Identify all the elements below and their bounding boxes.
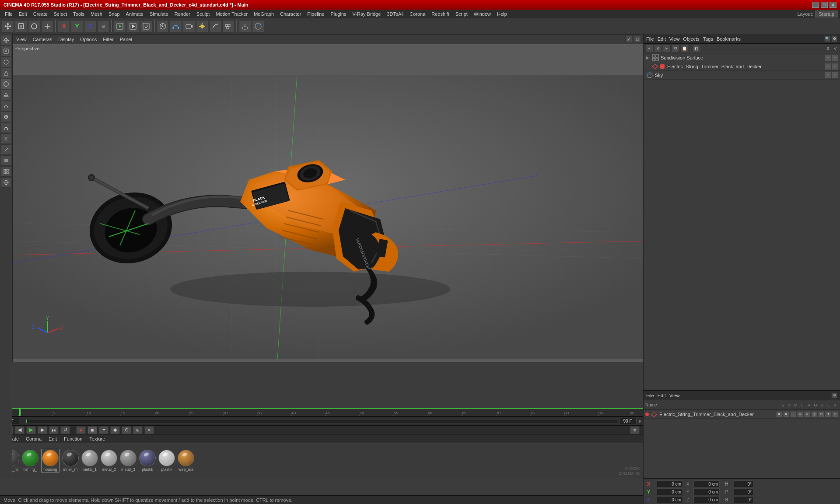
menu-mesh[interactable]: Mesh xyxy=(88,10,105,18)
material-metal1[interactable]: metal_1 xyxy=(81,450,98,472)
render-to-picture-viewer-button[interactable] xyxy=(127,20,139,32)
y-pos-input[interactable] xyxy=(657,488,683,495)
object-item-trimmer[interactable]: Electric_String_Trimmer_Black_and_Decker… xyxy=(644,62,840,71)
sidebar-globe-button[interactable] xyxy=(1,177,11,188)
trimmer-checkmark-1[interactable]: ✓ xyxy=(825,63,831,70)
coordinate-system-button[interactable]: ⊞ xyxy=(97,20,109,32)
camera-button[interactable] xyxy=(183,20,195,32)
sky-checkmark-2[interactable]: ✓ xyxy=(832,72,838,78)
mat-menu-function[interactable]: Function xyxy=(62,436,84,442)
attr-icon-4[interactable]: ≡ xyxy=(797,411,803,417)
om-menu-objects[interactable]: Objects xyxy=(683,36,699,42)
floor-button[interactable] xyxy=(239,20,251,32)
menu-render[interactable]: Render xyxy=(172,10,193,18)
p-input[interactable] xyxy=(734,488,753,495)
sidebar-grid-button[interactable] xyxy=(1,166,11,177)
sidebar-s-button[interactable]: S xyxy=(1,133,11,144)
menu-pipeline[interactable]: Pipeline xyxy=(304,10,327,18)
timeline-button[interactable]: ≡ xyxy=(144,426,154,434)
axis-z-button[interactable]: Z xyxy=(84,20,96,32)
om-copy-button[interactable]: ⧉ xyxy=(672,45,679,52)
menu-window[interactable]: Window xyxy=(471,10,494,18)
axis-y-button[interactable]: Y xyxy=(71,20,83,32)
menu-animate[interactable]: Animate xyxy=(123,10,147,18)
select-model-button[interactable] xyxy=(15,20,27,32)
material-inner[interactable]: inner_m xyxy=(62,450,79,472)
nurbs-button[interactable] xyxy=(170,20,182,32)
om-menu-bookmarks[interactable]: Bookmarks xyxy=(717,36,741,42)
layout-value[interactable]: Startup xyxy=(815,10,838,18)
maximize-button[interactable]: □ xyxy=(821,2,828,8)
material-plastik2[interactable]: plastik xyxy=(158,450,175,472)
step-forward-button[interactable]: ▶ xyxy=(38,426,47,434)
sidebar-object-button[interactable] xyxy=(1,79,11,89)
menu-file[interactable]: File xyxy=(2,10,16,18)
attr-icon-1[interactable]: ■ xyxy=(776,411,782,417)
panel-toggle-button[interactable]: ≡ xyxy=(630,426,640,434)
play-mode-button[interactable]: ⊞ xyxy=(133,426,143,434)
cube-button[interactable] xyxy=(157,20,169,32)
material-metal3[interactable]: metal_3 xyxy=(120,450,136,472)
viewport-menu-cameras[interactable]: Cameras xyxy=(31,36,54,43)
attr-icon-8[interactable]: ✦ xyxy=(825,411,831,417)
sidebar-knife-button[interactable] xyxy=(1,144,11,155)
material-housing[interactable]: housing xyxy=(41,449,60,472)
sidebar-sculpt-button[interactable] xyxy=(1,101,11,111)
om-search-button[interactable]: 🔍 xyxy=(824,36,830,42)
sidebar-point-tool[interactable] xyxy=(1,68,11,78)
menu-sculpt[interactable]: Sculpt xyxy=(193,10,213,18)
menu-plugins[interactable]: Plugins xyxy=(327,10,349,18)
menu-vray[interactable]: V-Ray Bridge xyxy=(350,10,384,18)
menu-select[interactable]: Select xyxy=(51,10,70,18)
attr-icon-2[interactable]: ■ xyxy=(783,411,789,417)
menu-tools[interactable]: Tools xyxy=(70,10,88,18)
viewport-menu-options[interactable]: Options xyxy=(78,36,98,43)
om-menu-tags[interactable]: Tags xyxy=(703,36,713,42)
z-pos-input[interactable] xyxy=(657,496,683,503)
loop-button[interactable]: ↺ xyxy=(60,426,70,434)
mat-menu-corona[interactable]: Corona xyxy=(24,436,43,442)
attr-icon-3[interactable]: ─ xyxy=(790,411,796,417)
menu-edit[interactable]: Edit xyxy=(16,10,30,18)
h-input[interactable] xyxy=(734,480,753,487)
om-new-button[interactable]: + xyxy=(645,45,653,52)
mat-menu-edit[interactable]: Edit xyxy=(47,436,59,442)
obj-checkmark-1[interactable]: ✓ xyxy=(825,55,831,61)
sky-button[interactable] xyxy=(252,20,264,32)
sidebar-magnet-button[interactable] xyxy=(1,122,11,133)
b-input[interactable] xyxy=(734,496,753,503)
om-layer-button[interactable]: ◧ xyxy=(692,45,700,52)
spline-button[interactable] xyxy=(209,20,221,32)
object-item-sky[interactable]: Sky ✓ ✓ xyxy=(644,71,840,80)
menu-redshift[interactable]: Redshift xyxy=(428,10,452,18)
timeline-scrubber[interactable] xyxy=(25,419,617,424)
menu-motion-tracker[interactable]: Motion Tracker xyxy=(213,10,251,18)
go-to-end-button[interactable]: ⏭ xyxy=(49,426,59,434)
play-button[interactable]: ▶ xyxy=(26,426,36,434)
viewport-canvas[interactable]: Perspective xyxy=(13,44,643,390)
attr-icon-9[interactable]: × xyxy=(832,411,838,417)
live-selection-button[interactable] xyxy=(41,20,53,32)
sidebar-brush-button[interactable] xyxy=(1,155,11,166)
om-settings-button[interactable]: ⚙ xyxy=(831,36,837,42)
viewport-menu-view[interactable]: View xyxy=(14,36,28,43)
attr-menu-file[interactable]: File xyxy=(646,393,654,398)
move-tool-button[interactable] xyxy=(2,20,14,32)
menu-mograph[interactable]: MoGraph xyxy=(251,10,277,18)
attr-trimmer-row[interactable]: Electric_String_Trimmer_Black_and_Decker… xyxy=(644,410,840,419)
material-metal2[interactable]: metal_2 xyxy=(101,450,117,472)
menu-character[interactable]: Character xyxy=(277,10,304,18)
axis-x-button[interactable]: X xyxy=(58,20,70,32)
om-menu-edit[interactable]: Edit xyxy=(658,36,666,42)
viewport-menu-filter[interactable]: Filter xyxy=(101,36,115,43)
frame-total-input[interactable] xyxy=(619,418,637,424)
om-paste-button[interactable]: 📋 xyxy=(680,45,688,52)
z-rot-input[interactable] xyxy=(693,496,720,503)
viewport-fullscreen-button[interactable]: □ xyxy=(634,36,641,43)
menu-create[interactable]: Create xyxy=(30,10,51,18)
material-wire[interactable]: wire_ma xyxy=(178,450,194,472)
menu-snap[interactable]: Snap xyxy=(105,10,123,18)
menu-simulate[interactable]: Simulate xyxy=(147,10,172,18)
render-active-view-button[interactable] xyxy=(114,20,126,32)
attr-icon-5[interactable]: ≡ xyxy=(804,411,810,417)
